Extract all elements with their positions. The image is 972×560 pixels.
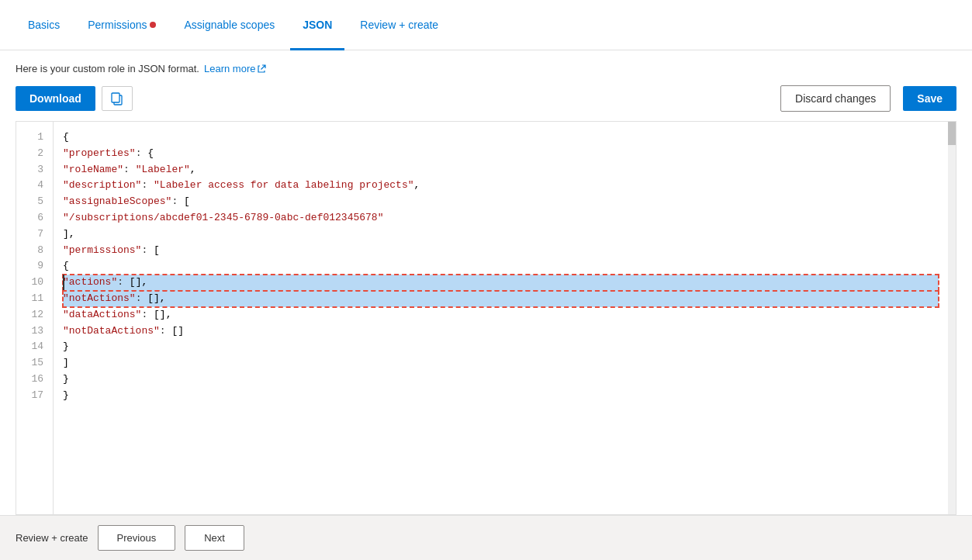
toolbar: Download Discard changes Save xyxy=(16,85,956,112)
code-line-8: "permissions": [ xyxy=(63,243,939,259)
info-description: Here is your custom role in JSON format. xyxy=(16,63,199,74)
next-button[interactable]: Next xyxy=(185,525,244,551)
previous-button[interactable]: Previous xyxy=(98,525,176,551)
download-button[interactable]: Download xyxy=(16,86,95,111)
tab-review-create-label: Review + create xyxy=(360,19,438,31)
line-numbers: 1234567891011121314151617 xyxy=(16,122,54,514)
tab-json-label: JSON xyxy=(303,19,332,31)
code-line-4: "description": "Labeler access for data … xyxy=(63,178,939,194)
code-line-9: { xyxy=(63,258,939,275)
svg-rect-1 xyxy=(112,93,119,102)
code-line-13: "notDataActions": [] xyxy=(63,323,939,340)
line-number-4: 4 xyxy=(22,178,43,194)
save-button[interactable]: Save xyxy=(903,86,956,111)
learn-more-link[interactable]: Learn more xyxy=(204,63,266,74)
tab-bar: Basics Permissions Assignable scopes JSO… xyxy=(0,0,972,50)
line-number-8: 8 xyxy=(22,243,43,259)
line-number-7: 7 xyxy=(22,226,43,243)
tab-assignable-scopes[interactable]: Assignable scopes xyxy=(171,1,287,50)
code-editor[interactable]: 1234567891011121314151617 { "properties"… xyxy=(16,121,956,515)
main-content: Here is your custom role in JSON format.… xyxy=(0,50,972,515)
code-line-10: "actions": [], xyxy=(63,275,939,291)
line-number-2: 2 xyxy=(22,146,43,162)
code-line-5: "assignableScopes": [ xyxy=(63,194,939,210)
line-number-5: 5 xyxy=(22,194,43,210)
code-line-1: { xyxy=(63,130,939,146)
permissions-dot xyxy=(150,22,156,28)
line-number-10: 10 xyxy=(22,275,43,291)
code-line-3: "roleName": "Labeler", xyxy=(63,162,939,178)
tab-json[interactable]: JSON xyxy=(290,1,344,50)
line-number-14: 14 xyxy=(22,339,43,355)
code-content[interactable]: { "properties": { "roleName": "Labeler",… xyxy=(54,122,948,514)
line-number-1: 1 xyxy=(22,130,43,146)
code-line-6: "/subscriptions/abcdef01-2345-6789-0abc-… xyxy=(63,210,939,226)
tab-assignable-scopes-label: Assignable scopes xyxy=(184,19,275,31)
line-number-6: 6 xyxy=(22,210,43,226)
info-text: Here is your custom role in JSON format.… xyxy=(16,63,956,74)
code-line-17: } xyxy=(63,388,939,404)
line-number-11: 11 xyxy=(22,291,43,307)
tab-review-create[interactable]: Review + create xyxy=(348,1,451,50)
code-line-2: "properties": { xyxy=(63,146,939,162)
right-toolbar-buttons: Discard changes Save xyxy=(780,85,956,112)
external-link-icon xyxy=(257,64,266,74)
tab-basics[interactable]: Basics xyxy=(16,1,72,50)
scrollbar-thumb[interactable] xyxy=(948,122,956,145)
code-line-7: ], xyxy=(63,226,939,243)
line-number-9: 9 xyxy=(22,258,43,275)
tab-permissions[interactable]: Permissions xyxy=(75,1,168,50)
tab-permissions-label: Permissions xyxy=(88,19,147,31)
line-number-12: 12 xyxy=(22,307,43,323)
code-line-16: } xyxy=(63,372,939,388)
line-number-13: 13 xyxy=(22,323,43,340)
discard-changes-button[interactable]: Discard changes xyxy=(780,85,891,112)
code-line-14: } xyxy=(63,339,939,355)
line-number-16: 16 xyxy=(22,372,43,388)
code-line-12: "dataActions": [], xyxy=(63,307,939,323)
line-number-15: 15 xyxy=(22,355,43,372)
code-line-15: ] xyxy=(63,355,939,372)
learn-more-label: Learn more xyxy=(204,63,255,74)
line-number-3: 3 xyxy=(22,162,43,178)
editor-scrollbar[interactable] xyxy=(948,122,956,514)
copy-icon xyxy=(110,92,124,105)
line-number-17: 17 xyxy=(22,388,43,404)
tab-basics-label: Basics xyxy=(28,19,60,31)
copy-button[interactable] xyxy=(102,86,133,111)
footer: Review + create Previous Next xyxy=(0,515,972,560)
review-create-footer-label: Review + create xyxy=(16,532,88,544)
code-line-11: "notActions": [], xyxy=(63,291,939,307)
